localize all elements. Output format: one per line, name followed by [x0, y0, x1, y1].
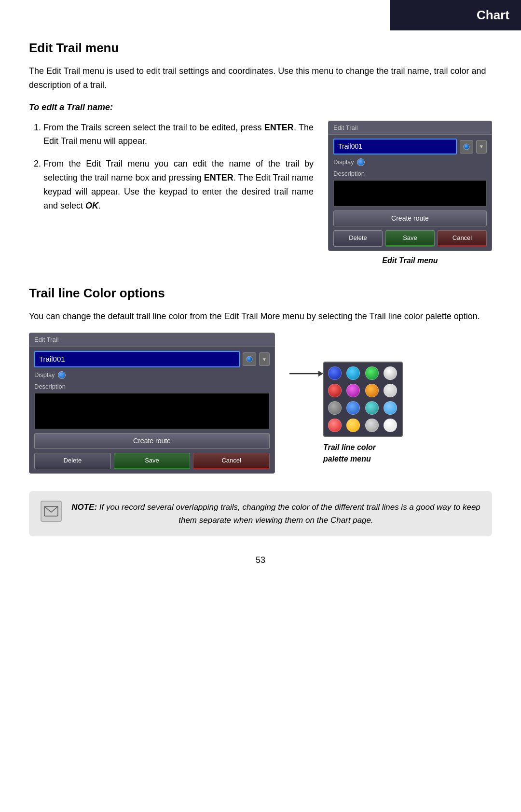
widget1-display-row: Display	[333, 157, 487, 167]
page-number: 53	[29, 554, 492, 567]
widget2-display-row: Display	[34, 370, 270, 380]
note-icon	[41, 501, 62, 522]
note-body: If you record several overlapping trails…	[97, 503, 480, 525]
widget1-description-label: Description	[333, 169, 487, 179]
color-dot-medium-blue[interactable]	[346, 401, 360, 415]
edit-trail-widget-2: Edit Trail Trail001	[29, 333, 275, 474]
note-box: NOTE: If you record several overlapping …	[29, 491, 492, 536]
palette-caption: Trail line color palette menu	[323, 442, 403, 465]
widget1-delete-btn[interactable]: Delete	[333, 230, 383, 247]
enter-keyword1: ENTER	[264, 123, 294, 132]
dropdown-arrow-icon: ▼	[479, 143, 484, 150]
color-circle-icon2	[246, 356, 253, 363]
widget1-title-bar: Edit Trail	[329, 121, 492, 135]
color-dot-light-gray[interactable]	[384, 384, 397, 397]
widget2-display-circle	[58, 371, 66, 379]
widget2-dropdown-btn[interactable]: ▼	[259, 352, 270, 366]
color-dot-light-blue[interactable]	[346, 366, 360, 380]
header: Chart	[390, 0, 521, 30]
color-dot-green[interactable]	[365, 366, 379, 380]
widget1-body: Trail001	[329, 135, 492, 251]
color-grid	[328, 366, 398, 432]
widget1-cancel-btn[interactable]: Cancel	[438, 230, 487, 247]
svg-marker-3	[318, 371, 323, 377]
color-dot-silver[interactable]	[365, 419, 379, 432]
widget1-dropdown-btn[interactable]: ▼	[476, 140, 487, 154]
section1-right-col: Edit Trail Trail001	[328, 121, 492, 266]
color-circle-icon	[463, 143, 470, 150]
step-1: From the Trails screen select the trail …	[43, 121, 314, 149]
color-palette-container: Trail line color palette menu	[323, 362, 403, 465]
envelope-icon	[44, 506, 58, 517]
svg-point-1	[247, 356, 252, 362]
widget2-description-box[interactable]	[34, 393, 270, 429]
widget1-create-route-btn[interactable]: Create route	[333, 210, 487, 226]
widget2-color-btn[interactable]	[243, 352, 256, 366]
widget1-color-btn[interactable]	[460, 140, 473, 154]
widget1-display-label: Display	[333, 157, 354, 167]
widget1-caption: Edit Trail menu	[328, 255, 492, 266]
main-content: Edit Trail menu The Edit Trail menu is u…	[0, 0, 521, 596]
widget2-cancel-btn[interactable]: Cancel	[193, 453, 270, 469]
color-dot-white[interactable]	[384, 366, 397, 380]
widget2-display-label: Display	[34, 370, 55, 380]
arrow-icon	[289, 366, 323, 381]
widget2-body: Trail001	[29, 347, 274, 473]
section2: Trail line Color options You can change …	[29, 284, 492, 474]
color-dot-bright-red[interactable]	[328, 419, 342, 432]
color-dot-cyan[interactable]	[365, 401, 379, 415]
section1-left-col: From the Trails screen select the trail …	[29, 121, 314, 222]
color-dot-dark-blue[interactable]	[328, 366, 342, 380]
color-dot-purple[interactable]	[346, 384, 360, 397]
widget2-title-bar: Edit Trail	[29, 333, 274, 347]
note-bold: NOTE:	[71, 503, 97, 512]
widget2-delete-btn[interactable]: Delete	[34, 453, 111, 469]
color-dot-yellow-orange[interactable]	[346, 419, 360, 432]
color-palette	[323, 362, 403, 437]
palette-caption-text: Trail line color palette menu	[323, 443, 376, 463]
color-dot-pure-white[interactable]	[384, 419, 397, 432]
section2-two-col: Edit Trail Trail001	[29, 333, 492, 474]
widget1-bottom-buttons: Delete Save Cancel	[333, 230, 487, 247]
section1-subsection-title: To edit a Trail name:	[29, 101, 492, 114]
palette-area: Trail line color palette menu	[289, 362, 403, 465]
steps-list: From the Trails screen select the trail …	[29, 121, 314, 213]
color-dot-orange[interactable]	[365, 384, 379, 397]
widget2-name-row: Trail001	[34, 351, 270, 368]
dropdown-arrow-icon2: ▼	[262, 356, 267, 363]
widget2-description-label: Description	[34, 382, 270, 392]
color-dot-gray[interactable]	[328, 401, 342, 415]
edit-trail-widget-1: Edit Trail Trail001	[328, 121, 492, 251]
header-title: Chart	[477, 6, 509, 25]
widget2-trail-name[interactable]: Trail001	[34, 351, 240, 368]
widget1-trail-name[interactable]: Trail001	[333, 139, 457, 154]
section1-title: Edit Trail menu	[29, 39, 492, 57]
step-2: From the Edit Trail menu you can edit th…	[43, 157, 314, 212]
color-dot-red[interactable]	[328, 384, 342, 397]
widget2-bottom-buttons: Delete Save Cancel	[34, 453, 270, 469]
section2-paragraph: You can change the default trail line co…	[29, 309, 492, 323]
ok-keyword: OK	[85, 201, 98, 210]
svg-point-0	[464, 144, 469, 150]
section1-paragraph: The Edit Trail menu is used to edit trai…	[29, 64, 492, 92]
note-text: NOTE: If you record several overlapping …	[71, 501, 480, 527]
widget1-description-box[interactable]	[333, 180, 487, 207]
section2-title: Trail line Color options	[29, 284, 492, 303]
arrow-area	[289, 362, 323, 381]
section1-two-col: From the Trails screen select the trail …	[29, 121, 492, 266]
widget2-create-route-btn[interactable]: Create route	[34, 433, 270, 449]
widget2-save-btn[interactable]: Save	[114, 453, 191, 469]
widget1-name-row: Trail001	[333, 139, 487, 154]
widget1-display-circle	[357, 158, 365, 166]
color-dot-sky-blue[interactable]	[384, 401, 397, 415]
widget1-save-btn[interactable]: Save	[385, 230, 435, 247]
enter-keyword2: ENTER	[204, 173, 233, 182]
